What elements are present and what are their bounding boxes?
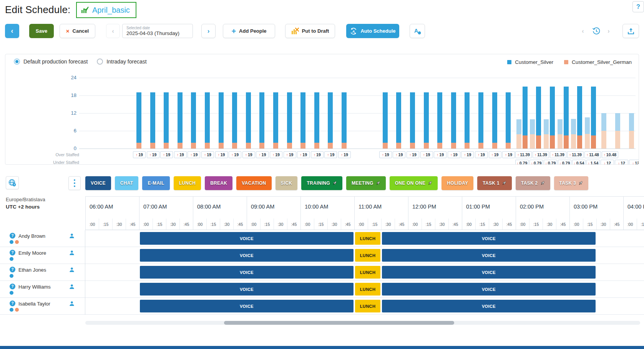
timeline-quarter[interactable]: :15 [368, 219, 381, 230]
shift-block-lunch[interactable]: LUNCH [355, 300, 380, 312]
shift-block-voice[interactable]: VOICE [382, 283, 596, 296]
timeline-quarter[interactable]: :15 [637, 219, 644, 230]
timeline-quarter[interactable]: :15 [475, 219, 489, 230]
timeline-quarter[interactable]: :30 [112, 219, 126, 230]
timeline-quarter[interactable]: :15 [206, 219, 220, 230]
shift-block-lunch[interactable]: LUNCH [355, 249, 380, 262]
timeline-quarter[interactable]: :00 [408, 219, 422, 230]
timeline-quarter[interactable]: :45 [341, 219, 354, 230]
shift-block-voice[interactable]: VOICE [382, 300, 596, 312]
timeline-quarter[interactable]: :00 [300, 219, 314, 230]
timeline-quarter[interactable]: :45 [502, 219, 516, 230]
activity-button-break[interactable]: BREAK [205, 176, 232, 190]
person-cell[interactable]: ?Emily Moore [0, 247, 85, 264]
export-button[interactable] [622, 24, 639, 38]
history-next-button[interactable]: › [604, 24, 613, 38]
timeline-quarter[interactable]: :00 [193, 219, 206, 230]
auto-schedule-button[interactable]: A Auto Schedule [346, 24, 399, 38]
date-prev-button[interactable]: ‹ [106, 24, 120, 38]
activity-button-holiday[interactable]: HOLIDAY [442, 176, 473, 190]
auto-schedule-settings-button[interactable]: A [410, 24, 425, 38]
shift-block-lunch[interactable]: LUNCH [355, 266, 380, 279]
shift-block-voice[interactable]: VOICE [140, 300, 354, 312]
shift-block-voice[interactable]: VOICE [382, 232, 596, 245]
timeline-hour-6[interactable]: 12:00 PM [408, 197, 462, 219]
person-icon[interactable] [69, 250, 75, 256]
timeline-quarter[interactable]: :45 [395, 219, 408, 230]
person-icon[interactable] [69, 233, 75, 239]
date-next-button[interactable]: › [201, 24, 216, 38]
activity-button-meeting[interactable]: MEETING [346, 176, 386, 190]
schedule-name-box[interactable]: April_basic [76, 2, 136, 18]
timeline-quarter[interactable]: :30 [435, 219, 448, 230]
shift-block-voice[interactable]: VOICE [140, 249, 354, 262]
person-cell[interactable]: ?Isabella Taylor [0, 298, 85, 315]
timeline-quarter[interactable]: :15 [422, 219, 435, 230]
question-badge-icon[interactable]: ? [10, 233, 15, 239]
activity-button-chat[interactable]: CHAT [115, 176, 139, 190]
timeline-quarter[interactable]: :45 [179, 219, 193, 230]
timeline-quarter[interactable]: :45 [126, 219, 139, 230]
timeline-quarter[interactable]: :30 [220, 219, 233, 230]
shift-block-voice[interactable]: VOICE [382, 266, 596, 279]
timeline-quarter[interactable]: :00 [354, 219, 368, 230]
history-prev-button[interactable]: ‹ [578, 24, 588, 38]
timeline-quarter[interactable]: :00 [516, 219, 529, 230]
save-button[interactable]: Save [29, 24, 54, 38]
activity-button-one-on-one[interactable]: ONE ON ONE [390, 176, 438, 190]
activity-button-task-3[interactable]: TASK 3 [554, 176, 589, 190]
timeline-quarter[interactable]: :15 [99, 219, 112, 230]
activity-button-task-1[interactable]: TASK 1 [477, 176, 512, 190]
timeline-quarter[interactable]: :30 [543, 219, 556, 230]
timeline-quarter[interactable]: :45 [233, 219, 247, 230]
shift-block-voice[interactable]: VOICE [140, 266, 354, 279]
timeline-quarter[interactable]: :30 [327, 219, 341, 230]
activities-menu-button[interactable] [68, 176, 81, 190]
timeline-quarter[interactable]: :00 [139, 219, 153, 230]
timeline-quarter[interactable]: :30 [166, 219, 179, 230]
question-badge-icon[interactable]: ? [10, 250, 15, 255]
activity-button-voice[interactable]: VOICE [85, 176, 111, 190]
put-to-draft-button[interactable]: Put to Draft [285, 24, 335, 38]
timeline-hour-5[interactable]: 11:00 AM [354, 197, 408, 219]
activity-button-e-mail[interactable]: E-MAIL [142, 176, 169, 190]
activity-button-sick[interactable]: SICK [276, 176, 298, 190]
timeline-quarter[interactable]: :00 [569, 219, 583, 230]
activity-button-vacation[interactable]: VACATION [236, 176, 271, 190]
timeline-quarter[interactable]: :30 [381, 219, 395, 230]
history-button[interactable] [590, 24, 603, 38]
shift-block-voice[interactable]: VOICE [140, 232, 354, 245]
timeline-quarter[interactable]: :45 [610, 219, 623, 230]
shift-block-voice[interactable]: VOICE [140, 283, 354, 296]
activity-button-task-2[interactable]: TASK 2 [516, 176, 550, 190]
question-badge-icon[interactable]: ? [10, 284, 15, 289]
timeline-quarter[interactable]: :00 [247, 219, 260, 230]
timeline-quarter[interactable]: :15 [153, 219, 166, 230]
timeline-quarter[interactable]: :45 [556, 219, 569, 230]
timeline-quarter[interactable]: :00 [623, 219, 637, 230]
timezone-button[interactable] [6, 176, 19, 189]
timeline-quarter[interactable]: :30 [596, 219, 610, 230]
timeline-quarter[interactable]: :15 [529, 219, 543, 230]
timeline-hour-10[interactable]: 04:00 PM [623, 197, 644, 219]
selected-date-field[interactable]: Selected date 2025-04-03 (Thursday) [122, 24, 193, 38]
timeline-hour-8[interactable]: 02:00 PM [516, 197, 569, 219]
timeline-quarter[interactable]: :45 [287, 219, 300, 230]
person-icon[interactable] [69, 284, 75, 290]
shift-block-voice[interactable]: VOICE [382, 249, 596, 262]
timeline-hour-1[interactable]: 07:00 AM [139, 197, 193, 219]
timeline-hour-9[interactable]: 03:00 PM [569, 197, 623, 219]
timeline-quarter[interactable]: :00 [462, 219, 475, 230]
horizontal-scrollbar-thumb[interactable] [224, 321, 454, 325]
timeline-quarter[interactable]: :00 [85, 219, 99, 230]
person-cell[interactable]: ?Ethan Jones [0, 264, 85, 281]
shift-block-lunch[interactable]: LUNCH [355, 232, 380, 245]
timeline-hour-2[interactable]: 08:00 AM [193, 197, 247, 219]
person-icon[interactable] [69, 267, 75, 273]
person-cell[interactable]: ?Harry Williams [0, 281, 85, 298]
timeline-quarter[interactable]: :15 [314, 219, 327, 230]
activity-button-training[interactable]: TRAINING [301, 176, 342, 190]
timeline-quarter[interactable]: :30 [274, 219, 287, 230]
shift-block-lunch[interactable]: LUNCH [355, 283, 380, 296]
person-icon[interactable] [69, 301, 75, 307]
